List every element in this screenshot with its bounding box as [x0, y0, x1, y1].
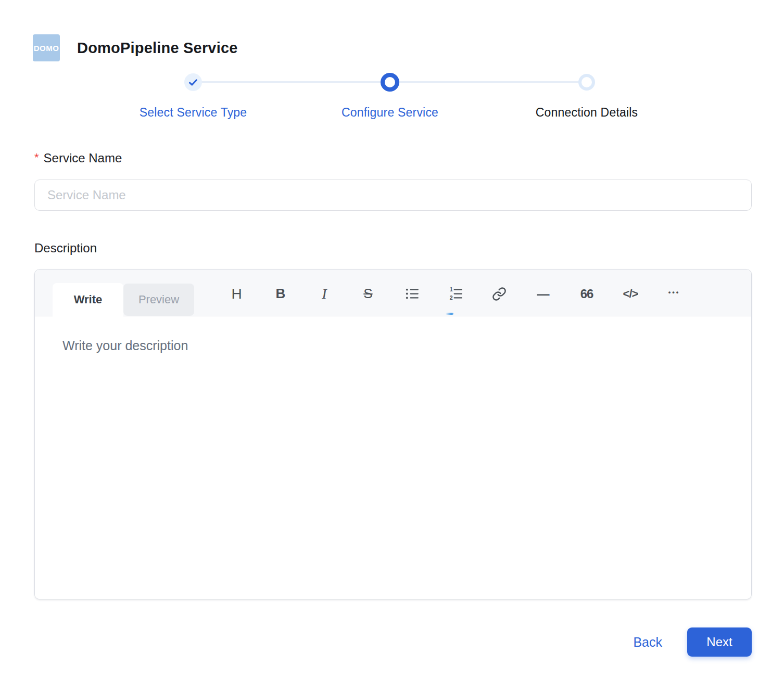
wizard-stepper: Select Service Type Configure Service Co… [95, 73, 685, 120]
step-label: Select Service Type [140, 105, 247, 120]
editor-tabs: Write Preview [53, 283, 194, 316]
code-button[interactable]: </> [609, 272, 652, 316]
ordered-list-icon: 1 2 [449, 287, 463, 301]
step-select-service-type[interactable]: Select Service Type [95, 73, 292, 120]
horizontal-rule-icon: — [537, 287, 549, 301]
more-icon: ••• [668, 288, 680, 296]
unordered-list-icon [405, 287, 419, 301]
required-asterisk: * [34, 151, 39, 164]
heading-button[interactable]: H [215, 272, 259, 316]
step-connection-details[interactable]: Connection Details [488, 73, 685, 120]
ordered-list-button[interactable]: 1 2 [434, 272, 477, 316]
check-icon [188, 79, 198, 86]
italic-button[interactable]: I [302, 272, 346, 316]
unordered-list-button[interactable] [390, 272, 434, 316]
quote-icon: 66 [580, 287, 593, 301]
step-label: Connection Details [536, 105, 638, 120]
step-configure-service[interactable]: Configure Service [292, 73, 488, 120]
description-label: Description [34, 241, 752, 255]
page-title: DomoPipeline Service [77, 40, 238, 57]
service-name-label-text: Service Name [44, 151, 122, 165]
code-icon: </> [623, 287, 638, 301]
domo-logo: DOMO [33, 34, 60, 61]
quote-button[interactable]: 66 [565, 272, 609, 316]
strikethrough-button[interactable]: S [346, 272, 390, 316]
heading-icon: H [231, 286, 242, 302]
tab-write[interactable]: Write [53, 283, 123, 316]
page: DOMO DomoPipeline Service Select Service… [0, 0, 784, 657]
bold-button[interactable]: B [259, 272, 302, 316]
more-button[interactable]: ••• [652, 272, 696, 316]
link-button[interactable] [477, 272, 521, 316]
editor-toolbar: H B I S [215, 270, 696, 316]
editor-header: Write Preview H B I S [35, 270, 751, 316]
bold-icon: B [276, 286, 286, 302]
back-button[interactable]: Back [633, 635, 662, 650]
horizontal-rule-button[interactable]: — [521, 272, 565, 316]
step-label: Configure Service [342, 105, 438, 120]
link-icon [492, 287, 507, 301]
svg-text:2: 2 [449, 294, 452, 301]
strikethrough-icon: S [363, 286, 372, 302]
service-name-label: *Service Name [34, 151, 752, 165]
markdown-editor: Write Preview H B I S [34, 269, 752, 599]
tab-preview[interactable]: Preview [123, 284, 194, 316]
footer-actions: Back Next [34, 627, 752, 657]
domo-logo-text: DOMO [34, 44, 59, 53]
italic-icon: I [322, 286, 326, 302]
editor-body [35, 316, 751, 599]
app-header: DOMO DomoPipeline Service [0, 0, 784, 61]
service-name-input[interactable] [34, 180, 752, 211]
svg-text:1: 1 [449, 287, 452, 292]
step-upcoming-circle [578, 74, 595, 91]
description-textarea[interactable] [35, 316, 751, 599]
configure-service-form: *Service Name Description Write Preview … [34, 151, 752, 657]
step-active-circle [381, 73, 399, 92]
step-completed-circle [184, 73, 202, 91]
next-button[interactable]: Next [687, 627, 752, 657]
blue-smudge-artifact [446, 313, 453, 315]
